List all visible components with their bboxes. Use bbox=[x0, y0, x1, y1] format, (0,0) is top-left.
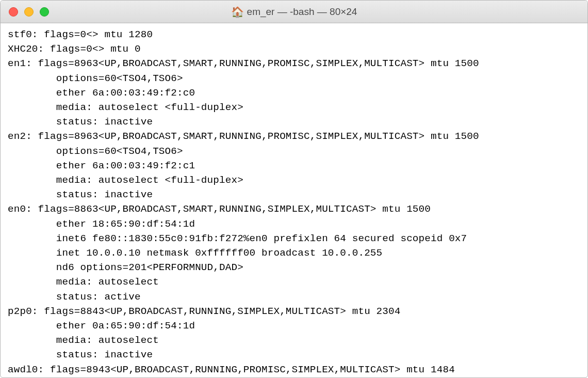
minimize-button[interactable] bbox=[24, 7, 34, 17]
window-title-wrapper: 🏠 em_er — -bash — 80×24 bbox=[1, 7, 587, 17]
window-titlebar: 🏠 em_er — -bash — 80×24 bbox=[1, 1, 587, 23]
terminal-output[interactable]: stf0: flags=0<> mtu 1280 XHC20: flags=0<… bbox=[1, 23, 587, 378]
traffic-lights bbox=[1, 7, 49, 17]
window-title: em_er — -bash — 80×24 bbox=[247, 7, 357, 17]
close-button[interactable] bbox=[9, 7, 18, 17]
home-icon: 🏠 bbox=[231, 7, 244, 17]
zoom-button[interactable] bbox=[40, 7, 49, 17]
